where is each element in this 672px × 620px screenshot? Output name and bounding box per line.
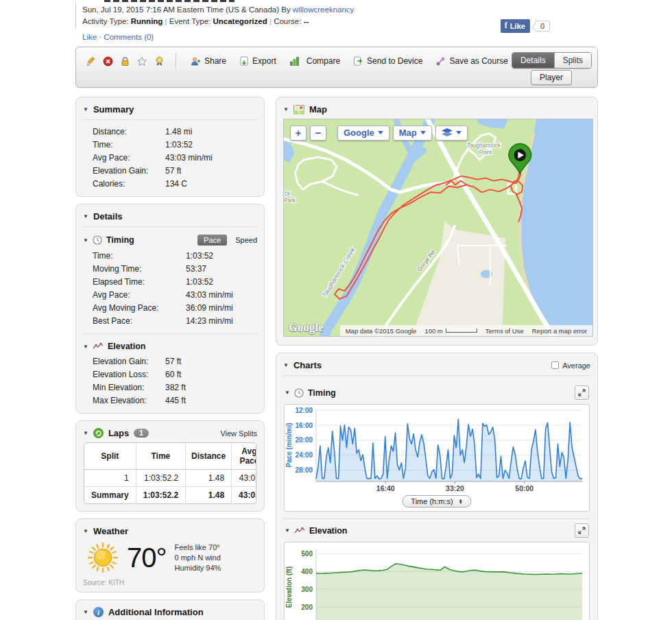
edit-icon[interactable] (84, 55, 97, 67)
activity-date-line: Sun, Jul 19, 2015 7:16 AM Eastern Time (… (82, 4, 598, 16)
elevation-chart[interactable]: 5004003002001000.250.50.7511.25Elevation… (284, 542, 590, 620)
svg-text:16:00: 16:00 (295, 422, 313, 429)
timing-row: Moving Time:53:37 (83, 263, 257, 276)
collapse-triangle-icon[interactable]: ▼ (83, 344, 88, 350)
toolbar-separator (176, 53, 176, 69)
expand-chart-button[interactable] (575, 385, 589, 400)
clock-icon (93, 235, 102, 245)
comments-link[interactable]: Comments (0) (104, 33, 154, 41)
save-as-course-icon (435, 56, 446, 67)
details-panel: ▼ Details ▼ Timing Pace Speed Time:1:03:… (75, 204, 265, 414)
export-button[interactable]: Export (239, 56, 276, 67)
share-icon (191, 56, 201, 67)
laps-title: Laps (108, 428, 129, 438)
collapse-triangle-icon[interactable]: ▼ (285, 390, 290, 396)
elevation-chart-title: Elevation (309, 526, 348, 536)
summary-row: Time:1:03:52 (83, 139, 257, 152)
favorite-star-icon[interactable] (136, 55, 148, 67)
activity-header: Sun, Jul 19, 2015 7:16 AM Eastern Time (… (75, 0, 598, 43)
report-error-link[interactable]: Report a map error (532, 327, 587, 335)
collapse-triangle-icon[interactable]: ▼ (285, 527, 290, 534)
laps-summary-row: Summary1:03:52.2 1.4843:03 (84, 487, 256, 504)
facebook-icon: f (505, 21, 507, 31)
map-scalebar (446, 329, 477, 333)
map-provider-dropdown[interactable]: Google (337, 126, 389, 141)
collapse-triangle-icon[interactable]: ▼ (83, 237, 88, 243)
timing-row: Avg Moving Pace:36:09 min/mi (83, 302, 257, 315)
map-layers-dropdown[interactable] (435, 126, 468, 141)
collapse-triangle-icon[interactable]: ▼ (83, 213, 88, 219)
player-button[interactable]: Player (531, 70, 572, 85)
like-link[interactable]: Like (82, 33, 97, 41)
weather-title: Weather (93, 526, 128, 536)
compare-button[interactable]: Compare (289, 56, 340, 67)
svg-text:200: 200 (301, 604, 313, 611)
speed-toggle[interactable]: Speed (235, 236, 257, 244)
elevation-icon (93, 342, 104, 350)
average-checkbox[interactable] (551, 361, 559, 369)
map-canvas[interactable]: Taughannock Point ck Park Taughannock Cr… (283, 119, 593, 337)
summary-panel: ▼ Summary Distance:1.48 mi Time:1:03:52 … (75, 97, 265, 197)
facebook-like-button[interactable]: fLike (501, 19, 530, 33)
weather-details: Feels like 70° 0 mph N wind Humidity 94% (175, 542, 221, 573)
send-to-device-button[interactable]: Send to Device (353, 56, 422, 67)
svg-text:50:00: 50:00 (515, 484, 533, 492)
svg-text:400: 400 (301, 568, 313, 575)
svg-text:12:00: 12:00 (295, 407, 313, 414)
zoom-out-button[interactable]: − (310, 126, 326, 141)
map-icon (293, 105, 304, 115)
svg-text:300: 300 (301, 586, 313, 593)
summary-row: Elevation Gain:57 ft (83, 165, 257, 178)
delete-icon[interactable] (101, 55, 114, 67)
elevation-row: Min Elevation:382 ft (83, 381, 257, 394)
info-icon: i (93, 607, 104, 617)
clock-icon (294, 388, 304, 398)
svg-text:33:20: 33:20 (446, 484, 464, 492)
svg-text:16:40: 16:40 (376, 484, 395, 492)
laps-col-avgpace: Avg Pace (232, 443, 256, 470)
expand-icon (577, 526, 586, 535)
svg-text:Park: Park (284, 198, 296, 204)
map-controls: + − Google Map (290, 126, 468, 141)
map-type-dropdown[interactable]: Map (393, 126, 432, 141)
zoom-in-button[interactable]: + (290, 126, 307, 141)
laps-col-split: Split (84, 443, 136, 470)
collapse-triangle-icon[interactable]: ▼ (283, 106, 289, 112)
share-button[interactable]: Share (191, 56, 226, 67)
laps-col-distance: Distance (186, 443, 232, 470)
save-as-course-button[interactable]: Save as Course (435, 56, 507, 67)
expand-chart-button[interactable] (575, 523, 589, 538)
elevation-row: Elevation Loss:60 ft (83, 368, 257, 381)
expand-icon (577, 388, 586, 397)
timing-chart[interactable]: 12:0016:0020:0024:0028:0016:4033:2050:00… (284, 404, 590, 512)
facebook-like-count: 0 (535, 21, 550, 32)
timing-row: Best Pace:14:23 min/mi (83, 315, 257, 328)
elevation-row: Elevation Gain:57 ft (83, 355, 257, 368)
details-title: Details (93, 211, 123, 222)
collapse-triangle-icon[interactable]: ▼ (83, 609, 88, 615)
svg-text:500: 500 (301, 550, 313, 558)
additional-info-title: Additional Information (108, 607, 204, 617)
timing-xaxis-dropdown[interactable]: Time (h:m:s)▲▼ (402, 495, 471, 508)
view-splits-link[interactable]: View Splits (220, 429, 257, 438)
tab-splits[interactable]: Splits (554, 53, 591, 68)
collapse-triangle-icon[interactable]: ▼ (283, 362, 289, 368)
collapse-triangle-icon[interactable]: ▼ (83, 528, 88, 534)
collapse-triangle-icon[interactable]: ▼ (83, 430, 88, 436)
timing-row: Avg Pace:43:03 min/mi (83, 289, 257, 302)
terms-link[interactable]: Terms of Use (485, 327, 524, 335)
timing-chart-title: Timing (308, 388, 336, 398)
elevation-details-title: Elevation (108, 342, 146, 351)
laps-table: Split Time Distance Avg Pace 11:03:52.2 … (84, 443, 256, 503)
summary-title: Summary (93, 104, 134, 115)
privacy-lock-icon[interactable] (119, 55, 131, 67)
tab-details[interactable]: Details (512, 53, 554, 68)
award-icon[interactable] (153, 55, 165, 67)
timing-row: Elapsed Time:1:03:52 (83, 276, 257, 289)
pace-toggle[interactable]: Pace (197, 235, 227, 246)
chevron-down-icon (420, 131, 426, 134)
collapse-triangle-icon[interactable]: ▼ (83, 106, 88, 112)
svg-text:24:00: 24:00 (295, 451, 313, 459)
author-link[interactable]: willowcreeknancy (293, 5, 354, 14)
laps-col-time: Time (136, 443, 185, 470)
